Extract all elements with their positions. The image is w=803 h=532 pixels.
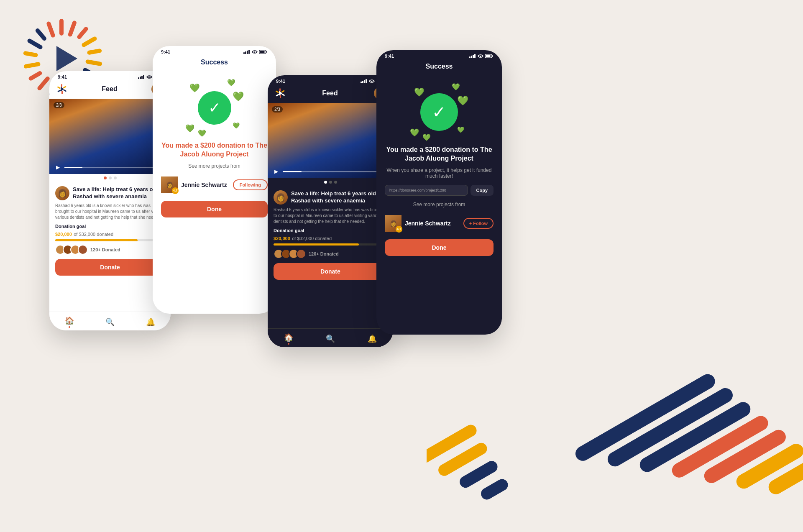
share-subtitle-4: When you share a project, it helps get i…	[385, 167, 494, 179]
svg-rect-42	[57, 90, 61, 92]
svg-rect-39	[63, 86, 66, 89]
backer-avatars-1	[55, 245, 88, 255]
svg-rect-33	[143, 75, 144, 79]
svg-rect-46	[243, 52, 245, 54]
svg-rect-62	[279, 88, 281, 92]
nav-bell-3[interactable]: 🔔	[368, 334, 377, 343]
bottom-nav-1: 🏠 🔍 🔔	[49, 312, 171, 330]
nav-home-3[interactable]: 🏠	[284, 333, 293, 345]
amount-goal-1: of $32,000 donated	[74, 232, 113, 237]
svg-rect-16	[35, 28, 47, 41]
svg-rect-65	[280, 95, 281, 98]
success-title-4: You made a $200 donation to The Jacob Al…	[385, 146, 494, 163]
backers-count-3: 120+ Donated	[309, 251, 339, 256]
svg-rect-1	[67, 20, 77, 37]
status-time-3: 9:41	[276, 79, 285, 84]
project-title-3: Save a life: Help treat 6 years old Rash…	[291, 190, 387, 205]
share-link-box-4: https://donorsee.com/project/1298 Copy	[385, 185, 494, 196]
progress-track-1	[55, 239, 165, 241]
amount-raised-3: $20,000	[274, 236, 290, 241]
svg-rect-43	[57, 86, 61, 89]
dot-2	[109, 176, 112, 179]
nav-search-1[interactable]: 🔍	[105, 317, 115, 327]
donate-button-1[interactable]: Donate	[55, 259, 165, 276]
svg-rect-48	[247, 51, 248, 54]
follow-button-4[interactable]: + Follow	[463, 218, 494, 229]
nav-bar-3: Feed 👤	[268, 85, 393, 103]
dot-3b	[329, 181, 332, 184]
nav-title-2: Success	[153, 56, 276, 70]
amount-raised-1: $20,000	[55, 232, 72, 237]
svg-rect-31	[140, 77, 141, 79]
success-check-area-2: 💚 💚 💚 💚 💚 💚 ✓	[181, 79, 248, 137]
svg-rect-55	[362, 81, 363, 83]
success-screen-2: 💚 💚 💚 💚 💚 💚 ✓ You made a $200 donation t…	[153, 70, 276, 217]
svg-rect-52	[260, 51, 265, 53]
charity-avatar-4: 👩 4.7	[385, 215, 402, 232]
svg-rect-17	[46, 21, 56, 38]
success-screen-4: 💚 💚 💚 💚 💚 💚 ✓ You made a $200 donation t…	[376, 74, 502, 256]
charity-row-2: 👩 4.7 Jennie Schwartz Following	[161, 173, 268, 197]
backers-row-3: 120+ Donated	[274, 249, 387, 259]
progress-track-3	[274, 243, 387, 246]
backer-av-4	[78, 245, 88, 255]
donation-goal-label-3: Donation goal	[274, 228, 387, 233]
project-desc-1: Rashad 6 years old is a known sickler wh…	[55, 203, 165, 220]
nav-bell-1[interactable]: 🔔	[146, 317, 155, 327]
done-button-2[interactable]: Done	[161, 201, 268, 217]
profile-row-3: 👩 Save a life: Help treat 6 years old Ra…	[274, 190, 387, 205]
success-check-circle-4: ✓	[420, 93, 458, 131]
following-button-2[interactable]: Following	[233, 179, 268, 190]
nav-home-1[interactable]: 🏠	[65, 316, 74, 328]
status-time-1: 9:41	[58, 74, 67, 79]
status-time-4: 9:41	[385, 54, 394, 59]
charity-info-4: 👩 4.7 Jennie Schwartz	[385, 215, 451, 232]
dot-active-3	[324, 181, 327, 184]
svg-point-34	[149, 77, 150, 78]
charity-row-4: 👩 4.7 Jennie Schwartz + Follow	[385, 212, 494, 235]
charity-rating-4: 4.7	[396, 226, 402, 233]
svg-rect-75	[486, 55, 491, 57]
charity-rating-2: 4.7	[172, 187, 179, 194]
svg-rect-56	[364, 80, 365, 83]
nav-logo-3	[274, 87, 286, 99]
video-area-3[interactable]: 2/3 ▶ 36:44	[268, 103, 393, 178]
svg-rect-41	[61, 91, 63, 94]
success-check-area-4: 💚 💚 💚 💚 💚 💚 ✓	[406, 83, 473, 141]
play-btn-1[interactable]: ▶	[54, 163, 62, 171]
see-more-label-4: See more projects from	[413, 202, 465, 207]
nav-search-3[interactable]: 🔍	[326, 334, 335, 343]
svg-rect-57	[366, 79, 367, 83]
svg-rect-40	[63, 89, 66, 92]
svg-rect-70	[471, 56, 472, 58]
see-more-label-2: See more projects from	[188, 163, 240, 169]
done-button-4[interactable]: Done	[385, 239, 494, 256]
progress-fill-3	[274, 243, 359, 246]
svg-rect-64	[281, 93, 285, 96]
donation-amounts-1: $20,000 of $32,000 donated 75%	[55, 230, 165, 238]
amount-goal-3: of $32,000 donated	[292, 236, 332, 241]
svg-rect-2	[76, 26, 89, 40]
charity-name-4: Jennie Schwartz	[405, 220, 451, 227]
svg-rect-53	[266, 51, 267, 53]
svg-rect-72	[474, 54, 476, 58]
svg-rect-32	[141, 76, 143, 79]
play-btn-3[interactable]: ▶	[272, 167, 280, 176]
backers-row-1: 120+ Donated	[55, 245, 165, 255]
status-bar-3: 9:41	[268, 75, 393, 85]
video-badge-3: 2/3	[272, 106, 283, 113]
success-title-2: You made a $200 donation to The Jacob Al…	[161, 141, 268, 159]
copy-button-4[interactable]: Copy	[471, 185, 494, 196]
phone-3-dark-feed: 9:41	[268, 75, 393, 347]
status-bar-2: 9:41	[153, 46, 276, 56]
profile-row-1: 👩 Save a life: Help treat 6 years old Ra…	[55, 186, 165, 200]
phone-2-light-success: 9:41 Success 💚 💚 💚 💚 💚	[153, 46, 276, 314]
progress-bar-3	[283, 171, 377, 172]
dot-3c	[334, 181, 337, 184]
slide-dots-3	[268, 178, 393, 186]
backers-count-1: 120+ Donated	[90, 247, 120, 252]
profile-avatar-1: 👩	[55, 186, 69, 200]
donate-button-3[interactable]: Donate	[274, 263, 387, 280]
dot-3	[114, 176, 117, 179]
share-url-4: https://donorsee.com/project/1298	[385, 185, 468, 196]
